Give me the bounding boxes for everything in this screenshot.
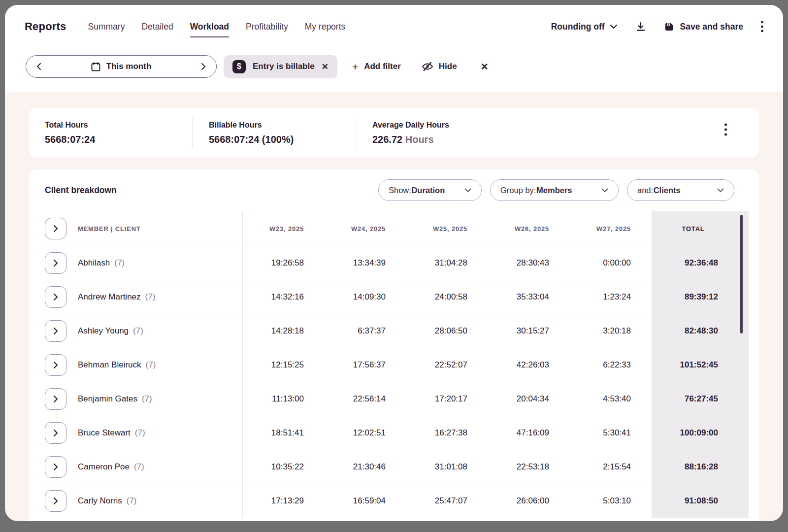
duration-cell: 16:59:04 (325, 484, 406, 518)
tab-summary[interactable]: Summary (88, 22, 125, 32)
duration-cell: 26:06:00 (488, 484, 570, 518)
member-cell: Carly Norris (7) (45, 484, 243, 518)
date-range-picker[interactable]: This month (26, 55, 217, 78)
total-cell: 82:48:30 (652, 314, 749, 348)
table-scrollbar[interactable] (740, 215, 743, 333)
and-dropdown[interactable]: and: Clients (627, 179, 734, 201)
tab-label: Summary (88, 22, 125, 32)
expand-row-button[interactable] (45, 422, 66, 444)
duration-cell: 17:56:37 (325, 348, 406, 382)
stat-label: Average Daily Hours (372, 121, 519, 130)
duration-cell: 28:06:50 (406, 314, 488, 348)
tab-detailed[interactable]: Detailed (141, 22, 173, 32)
rounding-dropdown[interactable]: Rounding off (551, 22, 618, 32)
total-cell: 88:16:28 (652, 450, 749, 484)
dropdown-text: Group by: Members (500, 186, 572, 195)
duration-cell: 14:09:30 (325, 280, 406, 314)
total-cell: 76:27:45 (652, 382, 749, 416)
show-dropdown[interactable]: Show: Duration (378, 179, 482, 201)
week-column-header: W25, 2025 (406, 211, 488, 246)
member-name: Andrew Martinez (78, 292, 141, 302)
duration-cell: 14:28:18 (243, 314, 325, 348)
member-name: Behman Bleiruck (78, 360, 141, 370)
tab-profitability[interactable]: Profitability (246, 22, 288, 32)
total-cell: 101:52:45 (652, 348, 749, 382)
hide-label: Hide (439, 62, 457, 71)
chevron-down-icon (610, 24, 618, 29)
kebab-icon (761, 21, 763, 33)
chevron-right-icon (53, 327, 58, 335)
expand-row-button[interactable] (45, 252, 66, 274)
member-cell: Behman Bleiruck (7) (45, 348, 243, 382)
duration-cell: 3:20:18 (570, 314, 652, 348)
duration-cell: 18:51:41 (243, 416, 325, 450)
hide-button[interactable]: Hide (422, 61, 457, 72)
download-icon (635, 21, 646, 32)
stat-value: 5668:07:24 (100%) (209, 134, 356, 145)
calendar-icon (91, 62, 100, 71)
date-range-value[interactable]: This month (91, 62, 152, 71)
member-cell: Cameron Poe (7) (45, 450, 243, 484)
duration-cell: 1:23:24 (570, 280, 652, 314)
table-body: Abhilash (7) 19:26:5813:34:3931:04:2828:… (45, 246, 749, 518)
table-row: Andrew Martinez (7) 14:32:1614:09:3024:0… (45, 280, 749, 314)
duration-cell: 35:33:04 (488, 280, 570, 314)
duration-cell: 25:47:07 (406, 484, 488, 518)
chevron-right-icon (53, 259, 58, 267)
duration-cell: 13:34:39 (325, 246, 406, 280)
duration-cell: 24:00:58 (406, 280, 488, 314)
expand-row-button[interactable] (45, 286, 66, 308)
expand-row-button[interactable] (45, 490, 66, 512)
more-options-button[interactable] (761, 21, 763, 33)
tab-label: Detailed (141, 22, 173, 32)
duration-cell: 2:15:54 (570, 450, 652, 484)
week-column-header: W24, 2025 (325, 211, 406, 246)
member-client-count: (7) (142, 394, 152, 404)
nav-actions: Rounding off Save and share (551, 21, 763, 33)
breakdown-controls: Show: Duration Group by: Members and: Cl… (378, 179, 734, 201)
expand-row-button[interactable] (45, 354, 66, 376)
duration-cell: 12:02:51 (325, 416, 406, 450)
expand-row-button[interactable] (45, 320, 66, 342)
clear-filters-icon[interactable]: ✕ (481, 62, 489, 71)
chevron-right-icon (53, 225, 58, 233)
expand-all-button[interactable] (45, 218, 66, 239)
table-row: Benjamin Gates (7) 11:13:0022:56:1417:20… (45, 382, 749, 416)
page-title: Reports (25, 20, 66, 33)
download-button[interactable] (635, 21, 646, 32)
tab-workload[interactable]: Workload (190, 22, 229, 32)
save-and-share-button[interactable]: Save and share (664, 22, 743, 32)
tab-my-reports[interactable]: My reports (305, 22, 346, 32)
member-name: Ashley Young (78, 326, 129, 336)
summary-options-button[interactable] (724, 123, 727, 136)
expand-row-button[interactable] (45, 456, 66, 478)
member-cell: Benjamin Gates (7) (45, 382, 243, 416)
member-name: Carly Norris (78, 496, 122, 506)
table-row: Carly Norris (7) 17:13:2916:59:0425:47:0… (45, 484, 749, 518)
add-filter-button[interactable]: + Add filter (352, 62, 401, 72)
duration-cell: 31:04:28 (406, 246, 488, 280)
group-by-dropdown[interactable]: Group by: Members (490, 179, 619, 201)
plus-icon: + (352, 62, 358, 72)
table-row: Bruce Stewart (7) 18:51:4112:02:5116:27:… (45, 416, 749, 450)
remove-filter-icon[interactable]: ✕ (322, 63, 328, 71)
stat-label: Total Hours (45, 121, 192, 130)
add-filter-label: Add filter (364, 62, 401, 71)
total-cell: 89:39:12 (652, 280, 749, 314)
table-row: Behman Bleiruck (7) 12:15:2517:56:3722:5… (45, 348, 749, 382)
expand-row-button[interactable] (45, 388, 66, 410)
chevron-right-icon (53, 361, 58, 369)
filter-chip-label: Entry is billable (253, 62, 315, 71)
tab-label: Profitability (246, 22, 288, 32)
filter-chip-billable[interactable]: $ Entry is billable ✕ (224, 55, 337, 78)
chevron-right-icon[interactable] (201, 63, 206, 70)
duration-cell: 22:53:18 (488, 450, 570, 484)
member-client-count: (7) (146, 360, 156, 370)
chevron-left-icon[interactable] (36, 63, 41, 70)
duration-cell: 17:13:29 (243, 484, 325, 518)
duration-cell: 17:20:17 (406, 382, 488, 416)
chevron-down-icon (601, 188, 608, 193)
stat-label: Billable Hours (209, 121, 356, 130)
duration-cell: 14:32:16 (243, 280, 325, 314)
duration-cell: 31:01:08 (406, 450, 488, 484)
